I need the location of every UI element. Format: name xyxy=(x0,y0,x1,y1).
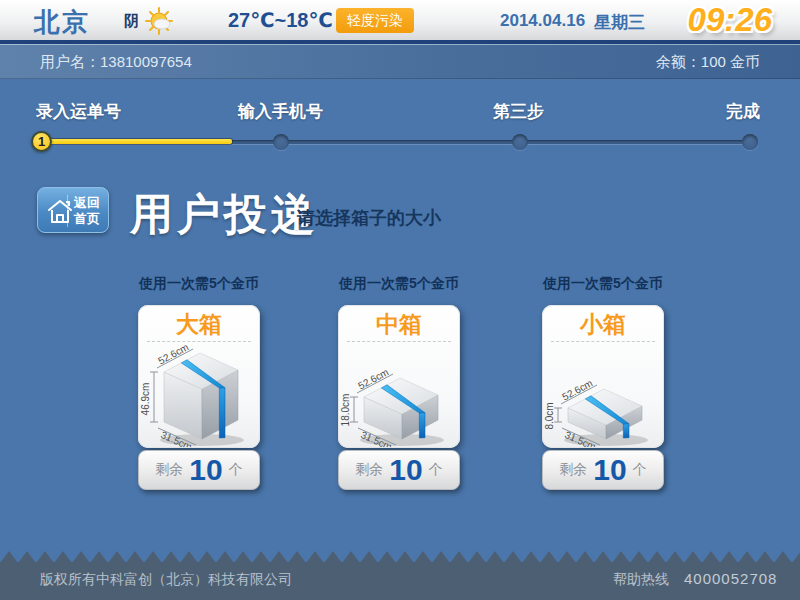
hotline-number: 4000052708 xyxy=(684,570,777,587)
step-2-dot xyxy=(273,134,289,150)
clock: 09:26 xyxy=(688,1,772,39)
step-1-active-badge: 1 xyxy=(31,131,52,152)
remaining-count-value: 10 xyxy=(189,451,222,489)
page-title: 用户投递 xyxy=(130,186,318,244)
step-2-label: 输入手机号 xyxy=(238,100,323,123)
medium-box-illustration: 52.6cm 18.0cm 31.5cm xyxy=(338,343,462,447)
card-2-cost-label: 使用一次需5个金币 xyxy=(338,275,460,293)
remaining-count-value: 10 xyxy=(389,451,422,489)
large-box-height-dim: 46.9cm xyxy=(140,383,151,416)
weekday: 星期三 xyxy=(594,11,645,34)
username-value: 13810097654 xyxy=(100,53,192,70)
step-4-label: 完成 xyxy=(726,100,760,123)
progress-stepper: 录入运单号 输入手机号 第三步 完成 1 xyxy=(0,96,800,158)
remaining-unit: 个 xyxy=(229,461,243,479)
medium-box-height-dim: 18.0cm xyxy=(340,394,351,427)
box-card-medium[interactable]: 中箱 52.6cm 18.0cm 31.5cm xyxy=(338,305,460,448)
username-label: 用户名： xyxy=(40,53,100,70)
card-1-cost-label: 使用一次需5个金币 xyxy=(138,275,260,293)
weather-condition: 阴 xyxy=(124,12,139,31)
remaining-count-value: 10 xyxy=(593,451,626,489)
remaining-count-small[interactable]: 剩余 10 个 xyxy=(542,450,664,490)
remaining-unit: 个 xyxy=(633,461,647,479)
back-home-label-line1: 返回 xyxy=(74,195,100,211)
box-card-medium-title: 中箱 xyxy=(338,309,460,339)
username: 用户名：13810097654 xyxy=(40,45,192,79)
city-name: 北京 xyxy=(34,5,90,40)
large-box-illustration: 52.6cm 46.9cm 31.5cm xyxy=(138,343,262,447)
remaining-label: 剩余 xyxy=(155,461,183,479)
footer-zigzag-edge xyxy=(0,549,800,563)
back-home-label-line2: 首页 xyxy=(74,211,100,227)
balance-label: 余额： xyxy=(656,53,701,70)
box-card-small-title: 小箱 xyxy=(542,309,664,339)
remaining-label: 剩余 xyxy=(559,461,587,479)
box-card-large-title: 大箱 xyxy=(138,309,260,339)
user-info-bar: 用户名：13810097654 余额：100 金币 xyxy=(0,44,800,79)
hotline-label: 帮助热线 xyxy=(613,571,669,589)
kiosk-screen: 北京 阴 27℃~18℃ 轻度污染 2014.04.16 星期三 09:26 用… xyxy=(0,0,800,600)
copyright-text: 版权所有中科富创（北京）科技有限公司 xyxy=(40,571,292,589)
footer-bar: 版权所有中科富创（北京）科技有限公司 帮助热线 4000052708 xyxy=(0,562,800,600)
balance-value: 100 金币 xyxy=(701,53,760,70)
step-1-label: 录入运单号 xyxy=(36,100,121,123)
date: 2014.04.16 xyxy=(500,11,585,31)
small-box-illustration: 52.6cm 8.0cm 31.5cm xyxy=(542,343,666,447)
pollution-badge: 轻度污染 xyxy=(336,8,414,33)
remaining-count-medium[interactable]: 剩余 10 个 xyxy=(338,450,460,490)
dashed-divider xyxy=(551,341,655,342)
back-home-label: 返回 首页 xyxy=(67,195,100,227)
remaining-label: 剩余 xyxy=(355,461,383,479)
remaining-unit: 个 xyxy=(429,461,443,479)
balance: 余额：100 金币 xyxy=(656,45,760,79)
remaining-count-large[interactable]: 剩余 10 个 xyxy=(138,450,260,490)
card-3-cost-label: 使用一次需5个金币 xyxy=(542,275,664,293)
dashed-divider xyxy=(147,341,251,342)
box-card-small[interactable]: 小箱 52.6cm 8.0cm 31.5cm xyxy=(542,305,664,448)
step-3-dot xyxy=(512,134,528,150)
small-box-height-dim: 8.0cm xyxy=(544,402,555,429)
step-3-label: 第三步 xyxy=(493,100,544,123)
progress-track-completed xyxy=(41,139,232,144)
box-card-large[interactable]: 大箱 52.6cm 46.9cm 31.5cm xyxy=(138,305,260,448)
step-4-dot xyxy=(742,134,758,150)
temperature: 27℃~18℃ xyxy=(228,8,333,32)
back-home-button[interactable]: 返回 首页 xyxy=(37,187,109,233)
top-status-bar: 北京 阴 27℃~18℃ 轻度污染 2014.04.16 星期三 09:26 xyxy=(0,0,800,44)
sun-cloud-weather-icon xyxy=(145,7,173,35)
dashed-divider xyxy=(347,341,451,342)
page-subtitle: 请选择箱子的大小 xyxy=(297,206,441,230)
